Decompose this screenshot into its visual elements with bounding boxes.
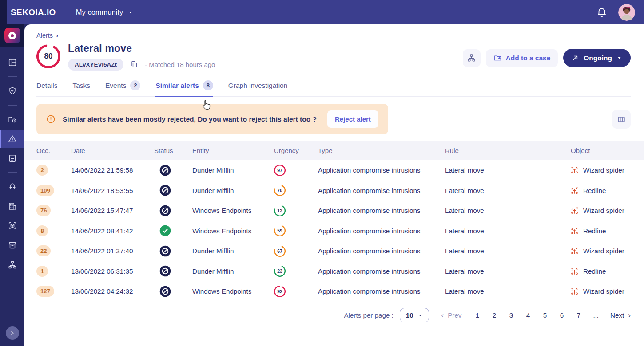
status-rejected-icon: [159, 205, 171, 216]
tab-label: Tasks: [72, 82, 90, 90]
tab-label: Graph investigation: [228, 82, 288, 90]
table-row[interactable]: 814/06/2022 08:41:42Windows Endpoints59A…: [24, 221, 644, 241]
sidebar-divider: [8, 105, 17, 106]
sidebar-item-shield-check[interactable]: [0, 82, 24, 100]
sidebar-item-intake-plug[interactable]: [0, 178, 24, 196]
tactics-icon: [571, 207, 578, 214]
building-icon: [8, 201, 17, 211]
object-name: Wizard spider: [583, 207, 624, 214]
object-name: Wizard spider: [583, 287, 624, 295]
tab-events[interactable]: Events2: [105, 80, 140, 96]
sidebar-item-report[interactable]: [0, 149, 24, 167]
alert-score-gauge: 80: [36, 44, 60, 68]
status-rejected-icon: [159, 165, 171, 176]
alert-score-value: 80: [36, 44, 60, 68]
column-header-status: Status: [154, 147, 192, 154]
entity-cell: Windows Endpoints: [192, 207, 274, 214]
pagination-ellipsis: ...: [593, 311, 599, 319]
pagination: Alerts per page : 10 ‹ Prev 1234567 ... …: [36, 306, 631, 325]
table-row[interactable]: 113/06/2022 06:31:35Dunder Mifflin23Appl…: [24, 261, 644, 282]
folder-plus-icon: [493, 54, 502, 62]
urgency-value: 67: [274, 245, 286, 257]
per-page-select[interactable]: 10: [400, 308, 429, 322]
chevron-right-icon: ›: [628, 311, 631, 319]
tab-details[interactable]: Details: [36, 80, 57, 96]
alert-status-label: Ongoing: [584, 54, 612, 62]
add-to-case-label: Add to a case: [506, 54, 551, 62]
table-row[interactable]: 214/06/2022 21:59:58Dunder Mifflin97Appl…: [24, 160, 644, 181]
sidebar-item-box-scan[interactable]: [0, 217, 24, 235]
rule-cell: Lateral move: [445, 166, 571, 174]
brand-logo-text: SEKOIA.IO: [11, 8, 56, 17]
urgency-gauge: 97: [274, 165, 286, 176]
occurrence-cell: 22: [36, 245, 51, 256]
sekoia-logo-icon[interactable]: [4, 28, 20, 43]
breadcrumb: Alerts ›: [36, 31, 631, 39]
page-number-3[interactable]: 3: [509, 311, 513, 319]
occurrence-badge: 76: [36, 205, 51, 216]
graph-view-button[interactable]: [463, 49, 481, 67]
banner-message: Similar alerts have been mostly rejected…: [63, 115, 317, 123]
sidebar-item-folder-clock[interactable]: [0, 110, 24, 128]
occurrence-cell: 109: [36, 185, 54, 196]
column-header-occ: Occ.: [36, 147, 71, 154]
table-columns-button[interactable]: [612, 110, 631, 129]
community-selector[interactable]: My community: [76, 8, 133, 16]
chevron-down-icon: [127, 9, 133, 15]
page-number-7[interactable]: 7: [576, 311, 581, 319]
occurrence-cell: 2: [36, 165, 48, 176]
entity-cell: Windows Endpoints: [192, 227, 274, 235]
sidebar-item-building[interactable]: [0, 197, 24, 215]
date-cell: 14/06/2022 21:59:58: [71, 166, 154, 174]
table-row[interactable]: 7614/06/2022 15:47:47Windows Endpoints12…: [24, 201, 644, 221]
breadcrumb-alerts-link[interactable]: Alerts: [36, 32, 53, 39]
reject-alert-button[interactable]: Reject alert: [327, 110, 378, 128]
object-cell: Redline: [571, 187, 631, 194]
date-cell: 14/06/2022 15:47:47: [71, 207, 154, 214]
type-cell: Application compromise intrusions: [318, 227, 445, 235]
page-number-1[interactable]: 1: [475, 311, 480, 319]
copy-icon[interactable]: [129, 60, 139, 70]
sidebar-item-dashboard[interactable]: [0, 54, 24, 71]
page-number-4[interactable]: 4: [525, 311, 530, 319]
table-row[interactable]: 12713/06/2022 04:24:32Windows Endpoints9…: [24, 281, 644, 302]
page-number-6[interactable]: 6: [559, 311, 564, 319]
urgency-value: 12: [274, 205, 286, 216]
sidebar-divider: [8, 76, 17, 77]
table-row[interactable]: 2214/06/2022 01:37:40Dunder Mifflin67App…: [24, 241, 644, 261]
app-body: Alerts › 80 Lateral move ALvXYEVi5AZt - …: [0, 24, 644, 346]
tab-similar-alerts[interactable]: Similar alerts8: [155, 80, 213, 97]
sidebar-item-sitemap[interactable]: [0, 256, 24, 274]
add-to-case-button[interactable]: Add to a case: [486, 49, 558, 67]
occurrence-badge: 127: [36, 286, 54, 297]
column-header-entity: Entity: [192, 147, 274, 154]
caret-down-icon: [616, 55, 622, 61]
tactics-icon: [571, 247, 578, 255]
object-cell: Redline: [571, 227, 631, 235]
table-row[interactable]: 10914/06/2022 18:53:55Dunder Mifflin70Ap…: [24, 181, 644, 201]
sidebar-item-alert-triangle[interactable]: [0, 130, 24, 148]
tab-graph-investigation[interactable]: Graph investigation: [228, 80, 288, 96]
alert-status-button[interactable]: Ongoing: [563, 49, 631, 67]
columns-icon: [616, 114, 626, 124]
next-page-button[interactable]: Next ›: [610, 311, 631, 319]
notifications-bell-icon[interactable]: [596, 7, 608, 18]
page-number-5[interactable]: 5: [542, 311, 547, 319]
entity-cell: Windows Endpoints: [192, 287, 274, 295]
sidebar-expand-button[interactable]: [6, 326, 19, 340]
tab-tasks[interactable]: Tasks: [72, 80, 90, 96]
occurrence-badge: 2: [36, 165, 48, 176]
status-rejected-icon: [159, 245, 171, 257]
urgency-value: 92: [274, 286, 286, 297]
date-cell: 14/06/2022 01:37:40: [71, 247, 154, 255]
tab-label: Details: [36, 82, 57, 90]
object-name: Redline: [583, 267, 606, 275]
alert-short-id-chip[interactable]: ALvXYEVi5AZt: [68, 59, 123, 71]
sidebar-item-archive-box[interactable]: [0, 236, 24, 254]
sitemap-icon: [467, 53, 476, 63]
occurrence-badge: 8: [36, 225, 48, 236]
navbar-corner-notch: [0, 0, 7, 24]
user-avatar[interactable]: [618, 4, 635, 21]
prev-page-button[interactable]: ‹ Prev: [441, 311, 462, 319]
page-number-2[interactable]: 2: [492, 311, 497, 319]
